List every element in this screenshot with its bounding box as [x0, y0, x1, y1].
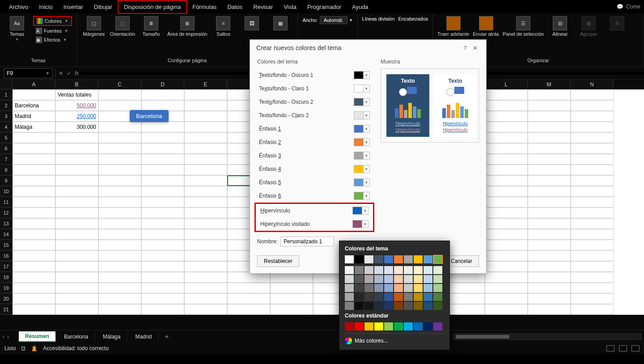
cell[interactable] [184, 186, 227, 197]
color-swatch-button[interactable]: ▾ [354, 192, 370, 200]
cell[interactable] [485, 207, 528, 218]
cell[interactable] [98, 293, 141, 304]
color-swatch[interactable] [414, 266, 423, 274]
cell[interactable]: 300.000 [55, 122, 98, 132]
agrupar-button[interactable]: ⊞Agrupar [576, 16, 601, 37]
cell[interactable] [141, 272, 184, 283]
cell[interactable] [98, 304, 141, 315]
color-swatch-button[interactable]: ▾ [354, 85, 370, 93]
cell[interactable] [184, 89, 227, 100]
cell[interactable] [571, 89, 614, 100]
cell[interactable] [485, 250, 528, 261]
cell[interactable] [571, 122, 614, 132]
color-swatch-button[interactable]: ▾ [354, 138, 370, 146]
color-swatch[interactable] [384, 255, 393, 263]
cell[interactable] [13, 89, 55, 100]
cell[interactable] [571, 229, 614, 240]
cell[interactable] [184, 175, 227, 186]
cell[interactable] [13, 304, 55, 315]
color-swatch[interactable] [364, 284, 373, 292]
menu-datos[interactable]: Datos [222, 1, 248, 13]
cell[interactable] [55, 186, 98, 197]
cell[interactable] [485, 89, 528, 100]
color-swatch-button[interactable]: ▾ [354, 165, 370, 173]
color-swatch[interactable] [384, 284, 393, 292]
cell[interactable] [55, 283, 98, 293]
cell[interactable] [528, 240, 571, 250]
cell[interactable] [227, 304, 270, 315]
color-swatch-button[interactable]: ▾ [354, 71, 370, 79]
restablecer-button[interactable]: Restablecer [257, 255, 299, 267]
cell[interactable] [98, 261, 141, 272]
cell[interactable] [13, 272, 55, 283]
cell[interactable] [184, 197, 227, 207]
row-header[interactable]: 13 [0, 218, 13, 229]
color-swatch[interactable] [355, 275, 364, 283]
cell[interactable] [98, 143, 141, 154]
row-header[interactable]: 21 [0, 304, 13, 315]
row-header[interactable]: 10 [0, 186, 13, 197]
cell[interactable] [485, 293, 528, 304]
comment-icon[interactable]: 💬 [617, 4, 623, 10]
cell[interactable] [141, 175, 184, 186]
menu-archivo[interactable]: Archivo [4, 1, 34, 13]
cell[interactable] [571, 100, 614, 111]
cell[interactable] [55, 143, 98, 154]
sheet-next-icon[interactable]: › [7, 334, 9, 340]
cell[interactable] [55, 197, 98, 207]
color-swatch[interactable] [414, 293, 423, 301]
cell[interactable] [55, 250, 98, 261]
cell[interactable] [528, 175, 571, 186]
color-swatch[interactable] [384, 302, 393, 310]
cell[interactable] [98, 240, 141, 250]
color-swatch[interactable] [394, 266, 403, 274]
color-swatch[interactable] [364, 255, 373, 263]
cell[interactable] [184, 240, 227, 250]
cell[interactable] [184, 250, 227, 261]
cell[interactable] [485, 143, 528, 154]
menu-ayuda[interactable]: Ayuda [347, 1, 374, 13]
row-header[interactable]: 20 [0, 293, 13, 304]
orientacion-button[interactable]: ⬚Orientación [110, 16, 135, 37]
color-swatch[interactable] [394, 302, 403, 310]
cell[interactable] [184, 229, 227, 240]
cell[interactable] [184, 293, 227, 304]
cell[interactable] [485, 154, 528, 165]
print-titles-button[interactable]: ▦ [268, 16, 293, 30]
cell[interactable] [270, 283, 313, 293]
color-swatch[interactable] [374, 255, 383, 263]
row-header[interactable]: 14 [0, 229, 13, 240]
color-swatch[interactable] [355, 266, 364, 274]
color-swatch[interactable] [384, 322, 393, 330]
color-swatch[interactable] [374, 302, 383, 310]
accept-formula-icon[interactable]: ✓ [67, 70, 71, 76]
color-swatch[interactable] [374, 322, 383, 330]
color-swatch[interactable] [394, 293, 403, 301]
row-header[interactable]: 7 [0, 154, 13, 165]
cell[interactable] [141, 218, 184, 229]
cell[interactable] [528, 207, 571, 218]
cell[interactable] [13, 229, 55, 240]
view-break-icon[interactable] [631, 345, 640, 351]
temas-button[interactable]: Aa Temas ▼ [4, 16, 30, 42]
cell[interactable] [528, 261, 571, 272]
color-swatch[interactable] [424, 322, 432, 330]
colores-button[interactable]: Colores ▼ [33, 16, 72, 26]
color-swatch[interactable] [374, 293, 383, 301]
color-swatch[interactable] [345, 266, 354, 274]
cell[interactable] [485, 229, 528, 240]
row-header[interactable]: 4 [0, 122, 13, 132]
color-swatch[interactable] [404, 255, 413, 263]
cell[interactable]: Madrid [13, 111, 55, 122]
cell[interactable] [98, 89, 141, 100]
row-header[interactable]: 15 [0, 240, 13, 250]
cell[interactable] [571, 132, 614, 143]
cancel-formula-icon[interactable]: ✕ [59, 70, 63, 76]
cell[interactable] [528, 122, 571, 132]
cell[interactable] [571, 197, 614, 207]
cell[interactable] [184, 304, 227, 315]
cell[interactable] [141, 229, 184, 240]
color-swatch[interactable] [364, 302, 373, 310]
color-swatch[interactable] [433, 302, 442, 310]
cell[interactable] [55, 132, 98, 143]
